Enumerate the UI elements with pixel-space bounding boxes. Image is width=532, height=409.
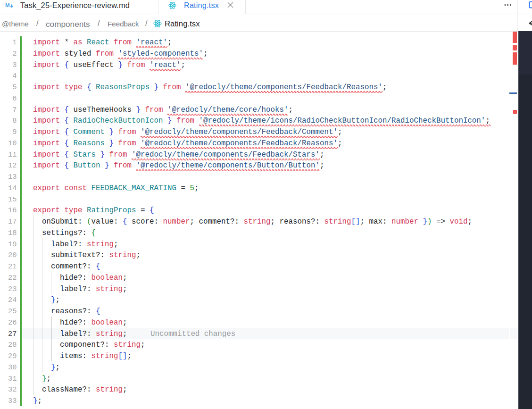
svg-text:M: M <box>5 2 10 8</box>
